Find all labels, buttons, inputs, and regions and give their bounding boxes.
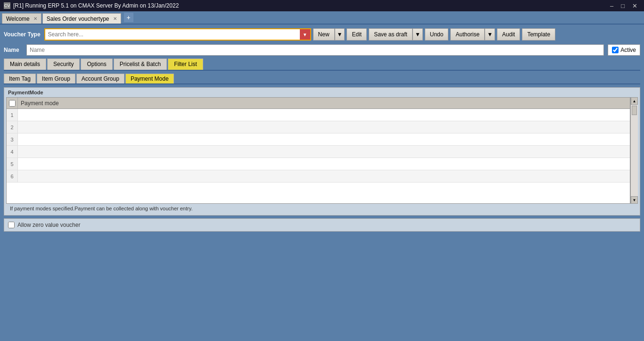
authorise-dropdown-button[interactable]: ▼ <box>485 28 495 41</box>
maximize-button[interactable]: □ <box>618 1 627 10</box>
app-icon: CV <box>4 2 10 9</box>
grid-header-checkbox <box>7 98 18 108</box>
voucher-type-label: Voucher Type <box>4 31 41 38</box>
save-draft-dropdown-button[interactable]: ▼ <box>413 28 423 41</box>
row-number-2: 2 <box>7 121 18 133</box>
table-row: 1 <box>7 109 630 121</box>
scroll-down-button[interactable]: ▼ <box>631 196 638 204</box>
payment-grid-container: Payment mode 1 2 3 <box>6 97 638 204</box>
row-number-5: 5 <box>7 158 18 170</box>
undo-button[interactable]: Undo <box>425 28 449 41</box>
tab-security[interactable]: Security <box>47 58 80 70</box>
tab-bar: Welcome ✕ Sales Order vouchertype ✕ + <box>0 11 644 25</box>
tab-welcome-close[interactable]: ✕ <box>33 16 37 21</box>
scroll-track[interactable] <box>631 105 638 196</box>
scroll-thumb[interactable] <box>632 106 637 115</box>
template-button[interactable]: Template <box>522 28 555 41</box>
tab-sales-order-close[interactable]: ✕ <box>113 16 117 21</box>
name-input[interactable] <box>26 44 604 56</box>
table-row: 5 <box>7 158 630 170</box>
tab-main-details[interactable]: Main details <box>4 58 46 70</box>
new-button[interactable]: New <box>313 28 335 41</box>
authorise-btn-group: Authorise ▼ <box>450 28 495 41</box>
tab-welcome[interactable]: Welcome ✕ <box>2 13 41 24</box>
grid-body: 1 2 3 4 5 <box>7 109 630 203</box>
grid-scrollbar[interactable]: ▲ ▼ <box>630 97 638 204</box>
zero-value-label: Allow zero value voucher <box>17 222 80 228</box>
minimize-button[interactable]: – <box>607 1 616 10</box>
sub-tab-item-group[interactable]: Item Group <box>37 74 75 83</box>
row-number-1: 1 <box>7 109 18 121</box>
save-draft-btn-group: Save as draft ▼ <box>369 28 423 41</box>
search-input[interactable] <box>45 29 300 40</box>
info-text: If payment modes specified.Payment can b… <box>6 204 638 213</box>
tab-options[interactable]: Options <box>81 58 112 70</box>
payment-mode-group: PaymentMode Payment mode 1 <box>4 87 640 216</box>
row-number-4: 4 <box>7 146 18 158</box>
save-as-draft-button[interactable]: Save as draft <box>369 28 413 41</box>
search-dropdown-button[interactable]: ▼ <box>300 29 310 40</box>
table-row: 2 <box>7 121 630 133</box>
grid-header-payment-mode: Payment mode <box>18 100 630 107</box>
zero-value-checkbox[interactable] <box>8 222 15 228</box>
row-number-3: 3 <box>7 133 18 145</box>
grid-select-all[interactable] <box>9 100 16 107</box>
sub-tab-item-tag[interactable]: Item Tag <box>4 74 36 83</box>
tab-pricelist-batch[interactable]: Pricelist & Batch <box>114 58 167 70</box>
audit-button[interactable]: Audit <box>497 28 520 41</box>
edit-button[interactable]: Edit <box>347 28 367 41</box>
name-label: Name <box>4 47 23 53</box>
table-row: 4 <box>7 146 630 158</box>
tab-sales-order[interactable]: Sales Order vouchertype ✕ <box>42 13 121 24</box>
authorise-button[interactable]: Authorise <box>450 28 485 41</box>
scroll-up-button[interactable]: ▲ <box>631 97 638 105</box>
voucher-type-search[interactable]: ▼ <box>44 28 311 41</box>
main-area: Voucher Type ▼ New ▼ Edit Save as draft … <box>0 25 644 341</box>
grid-header: Payment mode <box>7 98 630 109</box>
new-btn-group: New ▼ <box>313 28 345 41</box>
tab-welcome-label: Welcome <box>6 16 30 22</box>
table-row: 6 <box>7 170 630 183</box>
toolbar: Voucher Type ▼ New ▼ Edit Save as draft … <box>4 28 640 41</box>
sub-tab-account-group[interactable]: Account Group <box>76 74 124 83</box>
table-row: 3 <box>7 133 630 146</box>
active-label: Active <box>620 47 636 53</box>
form-tabs: Main details Security Options Pricelist … <box>4 58 640 71</box>
window-controls[interactable]: – □ ✕ <box>607 1 640 10</box>
zero-value-row: Allow zero value voucher <box>4 218 640 232</box>
sub-tab-payment-mode[interactable]: Payment Mode <box>125 74 174 83</box>
close-button[interactable]: ✕ <box>629 1 640 10</box>
window-title: [R1] Running ERP 5.1 on CMAX Server By A… <box>13 2 179 9</box>
tab-add-button[interactable]: + <box>124 13 133 22</box>
tab-filter-list[interactable]: Filter List <box>168 58 203 70</box>
row-number-6: 6 <box>7 170 18 182</box>
payment-mode-legend: PaymentMode <box>6 90 638 95</box>
active-area: Active <box>608 44 640 56</box>
new-dropdown-button[interactable]: ▼ <box>335 28 345 41</box>
title-bar: CV [R1] Running ERP 5.1 on CMAX Server B… <box>0 0 644 11</box>
tab-sales-order-label: Sales Order vouchertype <box>47 16 109 22</box>
payment-grid: Payment mode 1 2 3 <box>6 97 630 204</box>
sub-tabs: Item Tag Item Group Account Group Paymen… <box>4 74 640 84</box>
name-row: Name Active <box>4 44 640 56</box>
active-checkbox[interactable] <box>612 47 619 53</box>
